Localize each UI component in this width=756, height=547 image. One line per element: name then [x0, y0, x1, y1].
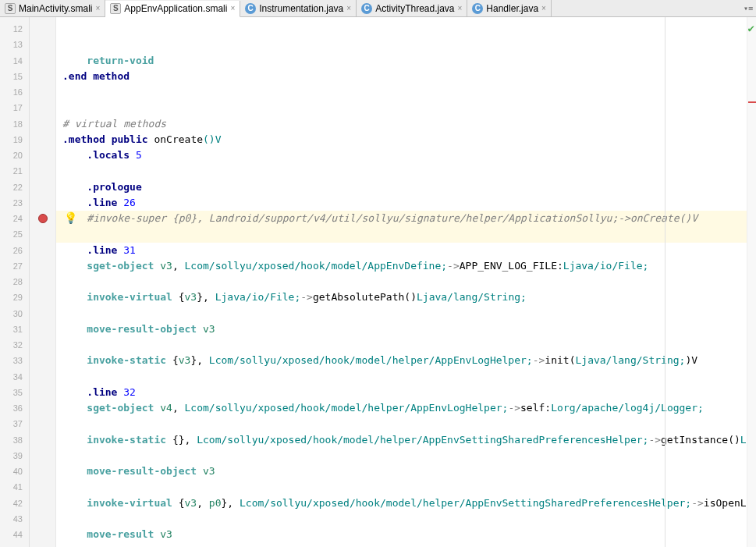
- code-line[interactable]: .end method: [56, 69, 756, 84]
- line-number[interactable]: 43: [0, 511, 29, 527]
- breakpoint-slot[interactable]: [30, 258, 55, 274]
- line-number[interactable]: 30: [0, 306, 29, 321]
- code-line[interactable]: #invoke-super {p0}, Landroid/support/v4/…: [56, 211, 756, 226]
- close-icon[interactable]: ×: [458, 4, 463, 12]
- line-number[interactable]: 41: [0, 479, 29, 495]
- breakpoint-slot[interactable]: [30, 100, 55, 115]
- code-line[interactable]: .locals 5: [56, 147, 756, 163]
- line-number[interactable]: 32: [0, 337, 29, 353]
- breakpoint-slot[interactable]: [30, 243, 55, 258]
- line-number[interactable]: 38: [0, 432, 29, 448]
- line-number[interactable]: 35: [0, 385, 29, 400]
- line-number[interactable]: 28: [0, 274, 29, 289]
- line-number[interactable]: 31: [0, 321, 29, 337]
- breakpoint-slot[interactable]: [30, 289, 55, 305]
- line-number[interactable]: 15: [0, 69, 29, 84]
- breakpoint-slot[interactable]: [30, 211, 55, 226]
- code-line[interactable]: [56, 226, 756, 242]
- line-number[interactable]: 42: [0, 495, 29, 511]
- breakpoint-slot[interactable]: [30, 132, 55, 147]
- code-line[interactable]: [56, 100, 756, 115]
- code-line[interactable]: invoke-virtual {v3}, Ljava/io/File;->get…: [56, 289, 756, 305]
- close-icon[interactable]: ×: [346, 4, 351, 12]
- code-line[interactable]: invoke-static {v3}, Lcom/sollyu/xposed/h…: [56, 353, 756, 368]
- code-line[interactable]: .prologue: [56, 179, 756, 195]
- tab-overflow-button[interactable]: ▾≡: [740, 4, 756, 12]
- close-icon[interactable]: ×: [230, 4, 235, 12]
- line-number[interactable]: 18: [0, 116, 29, 132]
- breakpoint-slot[interactable]: [30, 464, 55, 479]
- breakpoint-slot[interactable]: [30, 306, 55, 321]
- code-line[interactable]: [56, 163, 756, 179]
- line-number[interactable]: 13: [0, 37, 29, 52]
- code-line[interactable]: .line 32: [56, 385, 756, 400]
- line-number[interactable]: 34: [0, 369, 29, 385]
- line-number[interactable]: 27: [0, 258, 29, 274]
- line-number[interactable]: 19: [0, 132, 29, 147]
- line-number[interactable]: 24: [0, 211, 29, 226]
- breakpoint-slot[interactable]: [30, 84, 55, 100]
- breakpoint-slot[interactable]: [30, 179, 55, 195]
- line-number[interactable]: 25: [0, 226, 29, 242]
- file-tab[interactable]: SAppEnvApplication.smali×: [105, 1, 240, 17]
- line-number[interactable]: 22: [0, 179, 29, 195]
- line-number[interactable]: 20: [0, 147, 29, 163]
- line-number[interactable]: 37: [0, 416, 29, 432]
- breakpoint-slot[interactable]: [30, 21, 55, 37]
- code-line[interactable]: .method public onCreate()V: [56, 132, 756, 147]
- code-line[interactable]: move-result-object v3: [56, 464, 756, 479]
- line-number[interactable]: 12: [0, 21, 29, 37]
- breakpoint-slot[interactable]: [30, 53, 55, 69]
- breakpoint-slot[interactable]: [30, 416, 55, 432]
- line-number[interactable]: 17: [0, 100, 29, 115]
- breakpoint-gutter[interactable]: [30, 17, 56, 547]
- code-line[interactable]: [56, 37, 756, 52]
- file-tab[interactable]: CInstrumentation.java×: [240, 0, 357, 16]
- error-stripe-mark[interactable]: [748, 101, 756, 103]
- code-line[interactable]: sget-object v4, Lcom/sollyu/xposed/hook/…: [56, 400, 756, 416]
- breakpoint-slot[interactable]: [30, 527, 55, 542]
- code-line[interactable]: .line 26: [56, 195, 756, 211]
- code-line[interactable]: [56, 21, 756, 37]
- close-icon[interactable]: ×: [95, 4, 100, 12]
- close-icon[interactable]: ×: [541, 4, 546, 12]
- code-line[interactable]: sget-object v3, Lcom/sollyu/xposed/hook/…: [56, 258, 756, 274]
- breakpoint-slot[interactable]: [30, 400, 55, 416]
- line-number[interactable]: 16: [0, 84, 29, 100]
- breakpoint-slot[interactable]: [30, 195, 55, 211]
- breakpoint-slot[interactable]: [30, 163, 55, 179]
- line-number[interactable]: 33: [0, 353, 29, 368]
- breakpoint-slot[interactable]: [30, 321, 55, 337]
- breakpoint-slot[interactable]: [30, 448, 55, 464]
- breakpoint-slot[interactable]: [30, 337, 55, 353]
- error-stripe[interactable]: [747, 17, 756, 547]
- code-line[interactable]: move-result-object v3: [56, 321, 756, 337]
- code-line[interactable]: return-void: [56, 53, 756, 69]
- breakpoint-slot[interactable]: [30, 511, 55, 527]
- line-number[interactable]: 39: [0, 448, 29, 464]
- breakpoint-slot[interactable]: [30, 479, 55, 495]
- code-line[interactable]: invoke-static {}, Lcom/sollyu/xposed/hoo…: [56, 432, 756, 448]
- code-line[interactable]: [56, 369, 756, 385]
- line-number[interactable]: 21: [0, 163, 29, 179]
- breakpoint-slot[interactable]: [30, 226, 55, 242]
- breakpoint-icon[interactable]: [38, 214, 48, 223]
- intention-bulb-icon[interactable]: 💡: [64, 211, 77, 224]
- code-area[interactable]: return-void.end method# virtual methods.…: [56, 17, 756, 547]
- breakpoint-slot[interactable]: [30, 385, 55, 400]
- code-line[interactable]: [56, 448, 756, 464]
- line-number[interactable]: 26: [0, 243, 29, 258]
- breakpoint-slot[interactable]: [30, 116, 55, 132]
- breakpoint-slot[interactable]: [30, 147, 55, 163]
- breakpoint-slot[interactable]: [30, 353, 55, 368]
- code-line[interactable]: [56, 84, 756, 100]
- code-line[interactable]: [56, 511, 756, 527]
- code-line[interactable]: invoke-virtual {v3, p0}, Lcom/sollyu/xpo…: [56, 495, 756, 511]
- line-number[interactable]: 23: [0, 195, 29, 211]
- line-number[interactable]: 44: [0, 527, 29, 542]
- line-number[interactable]: 45: [0, 542, 29, 547]
- file-tab[interactable]: CHandler.java×: [467, 0, 552, 16]
- breakpoint-slot[interactable]: [30, 369, 55, 385]
- code-line[interactable]: [56, 337, 756, 353]
- code-line[interactable]: [56, 542, 756, 547]
